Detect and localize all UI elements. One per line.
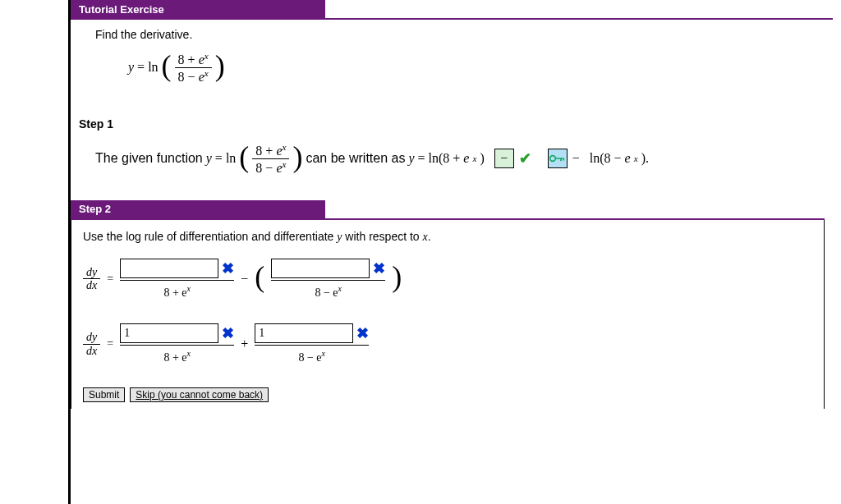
step2-input-3[interactable]: [120, 323, 218, 343]
svg-point-0: [549, 155, 555, 161]
skip-button[interactable]: Skip (you cannot come back): [130, 387, 269, 402]
step1-body: The given function y = ln ( 8 + ex 8 − e…: [71, 134, 833, 200]
step2-input-4[interactable]: [255, 323, 353, 343]
key-icon: [549, 153, 565, 164]
step2-header-row: Step 2: [71, 200, 825, 220]
prompt-text: Find the derivative.: [95, 28, 825, 41]
step2-header: Step 2: [71, 200, 325, 218]
left-rail: [0, 0, 71, 504]
main-content: Tutorial Exercise Find the derivative. y…: [71, 0, 841, 504]
x-icon-3: ✖: [222, 324, 234, 342]
step2-instr: Use the log rule of differentiation and …: [83, 230, 337, 243]
equation-y: y = ln ( 8 + ex 8 − ex ): [128, 51, 225, 85]
answer-box-1[interactable]: −: [494, 149, 514, 168]
check-icon: ✔: [519, 149, 531, 167]
step2-input-2[interactable]: [271, 259, 370, 278]
button-row: Submit Skip (you cannot come back): [83, 387, 812, 402]
reveal-answer-button[interactable]: [548, 149, 568, 168]
step1-mid: can be written as: [306, 151, 405, 166]
step1-label: Step 1: [71, 101, 833, 134]
submit-button[interactable]: Submit: [83, 387, 125, 402]
prompt-section: Find the derivative. y = ln ( 8 + ex 8 −…: [71, 20, 833, 101]
step2-eq-line-2: dy dx = ✖ 8 + ex + ✖: [83, 323, 812, 364]
tutorial-header: Tutorial Exercise: [71, 0, 325, 18]
step2-body: Use the log rule of differentiation and …: [71, 220, 825, 409]
x-icon-1: ✖: [222, 259, 234, 277]
step1-pre: The given function: [95, 151, 203, 166]
step2-input-1[interactable]: [120, 259, 218, 278]
tutorial-header-row: Tutorial Exercise: [71, 0, 833, 20]
x-icon-2: ✖: [373, 259, 385, 277]
step2-eq-line-1: dy dx = ✖ 8 + ex − ( ✖: [83, 259, 812, 300]
x-icon-4: ✖: [356, 324, 369, 342]
